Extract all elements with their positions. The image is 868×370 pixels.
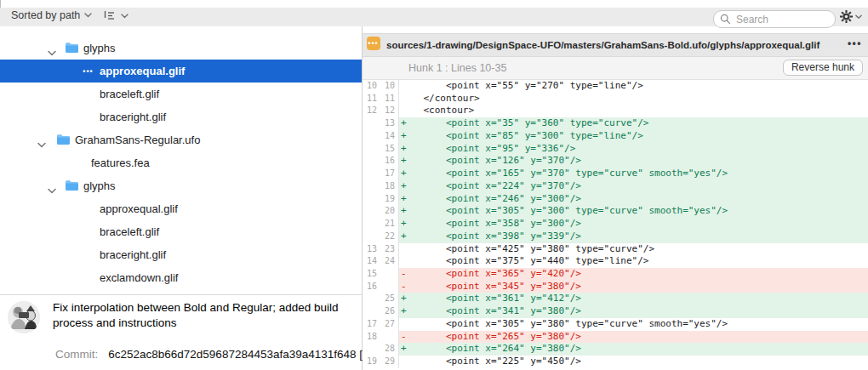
old-line-number: 18	[363, 331, 377, 344]
diff-line-ctx[interactable]: 1212 <contour>	[363, 105, 868, 117]
sort-by-label: Sorted by path	[11, 9, 80, 21]
commit-hash-row: Commit:6c252ac8b66d72d59687284453afa39a4…	[55, 348, 381, 361]
ellipsis-menu-icon[interactable]: •••	[848, 37, 862, 49]
tree-item-label: features.fea	[91, 157, 150, 169]
chevron-down-icon	[84, 13, 92, 18]
git-client-window: Sorted by path	[0, 0, 868, 370]
tree-item-label: approxequal.glif	[100, 65, 185, 77]
diff-code-text: <point x="305" y="380" type="curve" smoo…	[399, 318, 868, 331]
new-line-number: 28	[377, 343, 399, 356]
old-line-number: 16	[363, 281, 377, 293]
diff-line-ctx[interactable]: 1727 <point x="305" y="380" type="curve"…	[363, 318, 868, 331]
diff-line-ctx[interactable]: 1010 <point x="55" y="270" type="line"/>	[363, 80, 868, 93]
tree-file-row[interactable]: •••exclamdown.glif	[0, 266, 362, 289]
tree-file-row[interactable]: •••approxequal.glif	[0, 197, 362, 220]
diff-line-add[interactable]: 17+ <point x="165" y="370" type="curve" …	[363, 168, 868, 180]
diff-line-ctx[interactable]: 1323 <point x="425" y="380" type="curve"…	[363, 243, 868, 256]
diff-line-ctx[interactable]: 1111 </contour>	[363, 93, 868, 105]
view-options-dropdown[interactable]	[104, 10, 128, 21]
diff-body: 1010 <point x="55" y="270" type="line"/>…	[363, 80, 868, 368]
commit-hash[interactable]: 6c252ac8b66d72d59687284453afa39a4131f648…	[108, 348, 381, 361]
tree-folder-row[interactable]: GrahamSans-Regular.ufo	[0, 128, 362, 151]
diff-line-add[interactable]: 18+ <point x="224" y="370"/>	[363, 180, 868, 193]
diff-line-add[interactable]: 19+ <point x="246" y="300"/>	[363, 193, 868, 206]
tree-item-label: glyphs	[83, 42, 116, 54]
commit-panel: Fix interpolation between Bold and Regul…	[0, 294, 362, 370]
old-line-number: 13	[363, 243, 377, 256]
old-line-number	[363, 130, 377, 143]
tree-item-label: approxequal.glif	[100, 202, 178, 215]
tree-folder-row[interactable]: glyphs	[0, 37, 362, 60]
new-line-number: 26	[377, 305, 399, 318]
tree-folder-row[interactable]: glyphs	[0, 174, 362, 197]
search-field[interactable]	[713, 10, 836, 28]
diff-code-text: + <point x="361" y="412"/>	[399, 293, 868, 305]
old-line-number	[363, 193, 377, 206]
old-line-number	[363, 205, 377, 218]
chevron-down-icon[interactable]	[48, 182, 56, 197]
search-icon	[720, 14, 731, 25]
old-line-number	[363, 231, 377, 243]
diff-code-text: - <point x="345" y="380"/>	[399, 281, 868, 293]
diff-line-add[interactable]: 25+ <point x="361" y="412"/>	[363, 293, 868, 305]
old-line-number	[363, 293, 377, 305]
diff-panel: ••• sources/1-drawing/DesignSpace-UFO/ma…	[363, 26, 868, 370]
diff-line-add[interactable]: 15+ <point x="95" y="336"/>	[363, 143, 868, 156]
tree-file-row[interactable]: •••braceright.glif	[0, 105, 362, 128]
tree-file-row[interactable]: •••braceright.glif	[0, 243, 362, 266]
reverse-hunk-button[interactable]: Reverse hunk	[783, 60, 863, 76]
diff-line-del[interactable]: 18- <point x="265" y="380"/>	[363, 331, 868, 344]
diff-code-text: <point x="425" y="380" type="curve"/>	[399, 243, 868, 256]
diff-line-add[interactable]: 22+ <point x="398" y="339"/>	[363, 231, 868, 243]
diff-line-ctx[interactable]: 1424 <point x="375" y="440" type="line"/…	[363, 255, 868, 268]
new-line-number: 16	[377, 155, 399, 168]
diff-line-del[interactable]: 16- <point x="345" y="380"/>	[363, 281, 868, 293]
diff-code-text: + <point x="264" y="380"/>	[399, 343, 868, 356]
search-input[interactable]	[734, 12, 831, 26]
diff-line-add[interactable]: 13+ <point x="35" y="360" type="curve"/>	[363, 117, 868, 130]
diff-file-header[interactable]: ••• sources/1-drawing/DesignSpace-UFO/ma…	[363, 33, 868, 57]
diff-line-add[interactable]: 16+ <point x="126" y="370"/>	[363, 155, 868, 168]
old-line-number	[363, 168, 377, 180]
file-tree: •••glyphs•••approxequal.glif•••braceleft…	[0, 26, 362, 294]
chevron-down-icon[interactable]	[48, 44, 56, 60]
sort-by-dropdown[interactable]: Sorted by path	[11, 9, 92, 21]
chevron-down-icon[interactable]	[37, 136, 46, 151]
diff-code-text: + <point x="398" y="339"/>	[399, 231, 868, 243]
new-line-number: 14	[377, 130, 399, 143]
tree-file-row[interactable]: •••features.fea	[0, 151, 362, 174]
old-line-number	[363, 155, 377, 168]
diff-line-add[interactable]: 28+ <point x="264" y="380"/>	[363, 343, 868, 356]
diff-code-text: - <point x="365" y="420"/>	[399, 268, 868, 281]
diff-line-add[interactable]: 20+ <point x="305" y="300" type="curve" …	[363, 205, 868, 218]
old-line-number	[363, 143, 377, 156]
diff-line-ctx[interactable]: 1929 <point x="225" y="450"/>	[363, 356, 868, 368]
diff-code-text: + <point x="246" y="300"/>	[399, 193, 868, 206]
old-line-number: 10	[363, 80, 377, 93]
old-line-number	[363, 180, 377, 193]
tree-file-row[interactable]: •••braceleft.glif	[0, 83, 362, 105]
tree-item-label: braceleft.glif	[100, 225, 159, 238]
tree-file-row[interactable]: •••braceleft.glif	[0, 220, 362, 243]
new-line-number: 11	[377, 93, 399, 105]
diff-line-del[interactable]: 15- <point x="365" y="420"/>	[363, 268, 868, 281]
old-line-number	[363, 305, 377, 318]
tree-file-row[interactable]: •••approxequal.glif	[0, 60, 362, 83]
hunk-header: Hunk 1 : Lines 10-35 Reverse hunk	[363, 57, 868, 80]
new-line-number: 13	[377, 117, 399, 130]
diff-code-text: + <point x="126" y="370"/>	[399, 155, 868, 168]
diff-line-add[interactable]: 21+ <point x="358" y="300"/>	[363, 218, 868, 231]
tree-item-label: glyphs	[83, 179, 116, 192]
new-line-number: 21	[377, 218, 399, 231]
tree-file-row[interactable]: •••	[0, 26, 362, 37]
new-line-number: 23	[377, 243, 399, 256]
diff-code-text: + <point x="305" y="300" type="curve" sm…	[399, 205, 868, 218]
diff-code-text: + <point x="358" y="300"/>	[399, 218, 868, 231]
settings-dropdown[interactable]	[839, 9, 862, 24]
old-line-number: 15	[363, 268, 377, 281]
new-line-number: 19	[377, 193, 399, 206]
diff-code-text: + <point x="165" y="370" type="curve" sm…	[399, 168, 868, 180]
old-line-number: 19	[363, 356, 377, 368]
diff-line-add[interactable]: 14+ <point x="85" y="300" type="line"/>	[363, 130, 868, 143]
diff-line-add[interactable]: 26+ <point x="341" y="380"/>	[363, 305, 868, 318]
